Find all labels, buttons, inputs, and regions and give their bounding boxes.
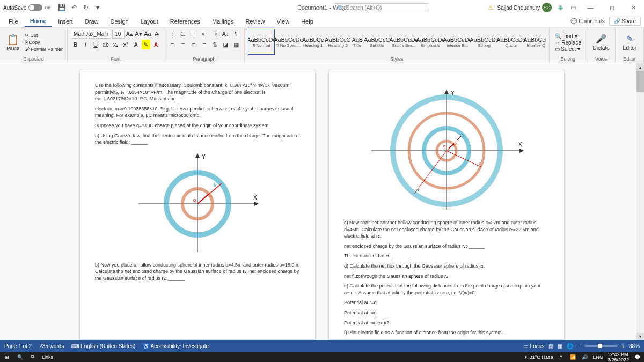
align-left-icon[interactable]: ≡ — [167, 40, 177, 49]
tab-design[interactable]: Design — [105, 17, 134, 26]
font-name-select[interactable]: MathJax_Main — [71, 29, 111, 39]
highlight-icon[interactable]: ✎ — [142, 40, 151, 49]
language-indicator[interactable]: ⌨ English (United States) — [71, 343, 135, 349]
wifi-icon[interactable]: 📶 — [569, 353, 576, 361]
start-icon[interactable]: ⊞ — [3, 353, 11, 361]
decrease-indent-icon[interactable]: ⇤ — [200, 29, 209, 39]
strike-button[interactable]: ab — [101, 40, 110, 49]
replace-button[interactable]: ↔ Replace — [555, 40, 581, 46]
align-right-icon[interactable]: ≡ — [189, 40, 199, 49]
tab-insert[interactable]: Insert — [53, 17, 78, 26]
search-box[interactable]: 🔍 Search (Alt+Q) — [333, 3, 429, 12]
style-item[interactable]: AaBbCcDc¶ No Spac... — [275, 29, 302, 55]
warning-icon[interactable]: ⚠ — [488, 4, 493, 11]
style-item[interactable]: AaBbCcHeading 1 — [302, 29, 324, 55]
redo-icon[interactable]: ↻ — [82, 3, 90, 12]
superscript-button[interactable]: x² — [121, 40, 130, 49]
zoom-out-icon[interactable]: − — [577, 343, 581, 349]
justify-icon[interactable]: ≡ — [200, 40, 209, 49]
align-center-icon[interactable]: ≡ — [178, 40, 188, 49]
save-icon[interactable]: 💾 — [58, 3, 67, 12]
style-item[interactable]: AaBbCcCHeading 2 — [324, 29, 351, 55]
sort-icon[interactable]: A↓ — [221, 29, 230, 39]
task-view-icon[interactable]: ⧉ — [29, 353, 36, 361]
volume-icon[interactable]: 🔊 — [581, 353, 588, 361]
text-effects-icon[interactable]: A — [131, 40, 141, 49]
maximize-button[interactable]: ◻ — [603, 0, 620, 15]
borders-icon[interactable]: ▦ — [231, 40, 241, 49]
word-count[interactable]: 235 words — [39, 343, 64, 349]
zoom-level[interactable]: 88% — [629, 343, 640, 349]
increase-indent-icon[interactable]: ⇥ — [210, 29, 219, 39]
scroll-up-icon[interactable]: ▴ — [636, 63, 644, 71]
clear-format-icon[interactable]: A̶ — [152, 29, 160, 39]
ribbon-display-icon[interactable]: ▭ — [569, 3, 577, 12]
multilevel-icon[interactable]: ≡ — [189, 29, 199, 39]
vertical-scrollbar[interactable]: ▴ ▾ — [636, 63, 644, 340]
dictate-button[interactable]: 🎤 Dictate — [590, 29, 612, 56]
ime-indicator[interactable]: ENG — [592, 354, 603, 360]
tab-layout[interactable]: Layout — [135, 17, 164, 26]
format-painter-button[interactable]: 🖌 Format Painter — [24, 46, 64, 53]
links-toolbar[interactable]: Links — [42, 354, 53, 360]
view-read-icon[interactable]: ▤ — [548, 343, 553, 349]
page-right[interactable]: Y X q a b c d c) Now consider another ho… — [328, 70, 565, 340]
coming-soon-icon[interactable]: ◈ — [556, 3, 565, 12]
font-size-select[interactable]: 10 — [112, 29, 125, 39]
page-indicator[interactable]: Page 1 of 2 — [4, 343, 32, 349]
zoom-in-icon[interactable]: + — [621, 343, 625, 349]
tab-mailings[interactable]: Mailings — [207, 17, 239, 26]
italic-button[interactable]: I — [81, 40, 90, 49]
style-item[interactable]: AaBbCcDc¶ Normal — [248, 29, 275, 55]
search-icon[interactable]: 🔍 — [16, 353, 24, 361]
style-item[interactable]: AaBbCcDcSubtle Em... — [390, 29, 417, 55]
show-marks-icon[interactable]: ¶ — [231, 29, 241, 39]
chevron-up-icon[interactable]: ^ — [557, 353, 565, 361]
toggle-icon[interactable] — [28, 4, 42, 11]
clock[interactable]: 12:42 PM3/26/2022 — [608, 352, 629, 363]
editor-button[interactable]: ✎ Editor — [619, 29, 640, 56]
focus-button[interactable]: ▭ Focus — [523, 343, 544, 349]
comments-button[interactable]: 💬 Comments — [570, 18, 604, 24]
shading-icon[interactable]: ◪ — [221, 40, 230, 49]
tab-home[interactable]: Home — [25, 16, 52, 27]
app-icon[interactable] — [209, 353, 217, 361]
style-item[interactable]: AaBbCcDcQuote — [497, 29, 524, 55]
underline-button[interactable]: U — [91, 40, 100, 49]
customize-icon[interactable]: ▾ — [93, 3, 102, 12]
style-item[interactable]: AaBbCcDcIntense E... — [444, 29, 471, 55]
cut-button[interactable]: ✂ Cut — [24, 32, 64, 39]
paste-button[interactable]: 📋 Paste — [3, 29, 23, 56]
accessibility-indicator[interactable]: ♿ Accessibility: Investigate — [143, 343, 209, 349]
numbering-icon[interactable]: 1. — [178, 29, 188, 39]
copy-button[interactable]: ⎘ Copy — [24, 39, 64, 46]
bullets-icon[interactable]: ⋮ — [167, 29, 177, 39]
style-item[interactable]: AaBbCcDcStrong — [471, 29, 497, 55]
line-spacing-icon[interactable]: ⇅ — [210, 40, 219, 49]
document-area[interactable]: Use the following constants if necessary… — [0, 63, 644, 340]
select-button[interactable]: ▭ Select ▾ — [555, 46, 581, 52]
shrink-font-icon[interactable]: A▾ — [135, 29, 143, 39]
change-case-icon[interactable]: Aa — [144, 29, 152, 39]
styles-gallery[interactable]: AaBbCcDc¶ NormalAaBbCcDc¶ No Spac...AaBb… — [248, 29, 545, 56]
tab-references[interactable]: References — [165, 17, 206, 26]
grow-font-icon[interactable]: A▴ — [126, 29, 134, 39]
scroll-down-icon[interactable]: ▾ — [636, 333, 644, 340]
tab-draw[interactable]: Draw — [79, 17, 104, 26]
bold-button[interactable]: B — [71, 40, 80, 49]
page-left[interactable]: Use the following constants if necessary… — [79, 70, 316, 340]
view-print-icon[interactable]: ▦ — [558, 343, 562, 349]
style-item[interactable]: AaBbCcCSubtitle — [363, 29, 390, 55]
subscript-button[interactable]: x₂ — [111, 40, 120, 49]
user-account[interactable]: Sajjad Choudhury SC — [497, 3, 552, 12]
weather-widget[interactable]: ☀ 31°C Haze — [524, 354, 553, 360]
close-button[interactable]: ✕ — [625, 0, 642, 15]
scroll-thumb[interactable] — [636, 71, 644, 92]
undo-icon[interactable]: ↶ — [70, 3, 78, 12]
style-item[interactable]: AaBbCcDcIntense Q... — [524, 29, 545, 55]
autosave-toggle[interactable]: AutoSave Off — [0, 4, 54, 11]
tab-help[interactable]: Help — [296, 17, 319, 26]
share-button[interactable]: 🔗 Share — [609, 17, 641, 26]
notifications-icon[interactable]: 💬 — [633, 353, 641, 361]
tab-file[interactable]: File — [3, 17, 24, 26]
